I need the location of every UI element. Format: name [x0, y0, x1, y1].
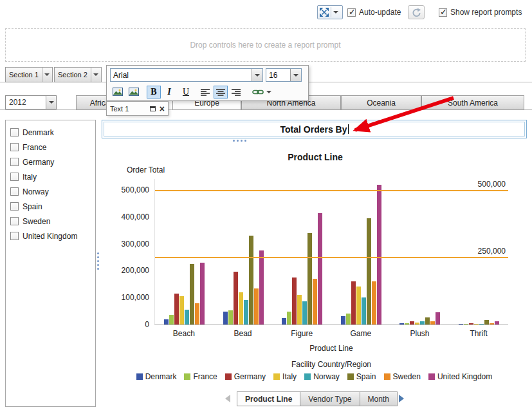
text-content[interactable]: Total Orders By [280, 124, 347, 135]
country-filter-item[interactable]: Spain [10, 199, 95, 214]
bar-norway[interactable] [362, 297, 366, 325]
bar-france[interactable] [405, 323, 409, 325]
link-button[interactable] [250, 86, 274, 99]
bar-sweden[interactable] [254, 288, 259, 325]
font-family-select[interactable]: Arial [110, 68, 263, 82]
country-filter-item[interactable]: France [10, 140, 95, 155]
country-filter-item[interactable]: Sweden [10, 214, 95, 229]
italic-button[interactable]: I [162, 86, 176, 99]
bar-italy[interactable] [474, 324, 479, 325]
section-tab-1[interactable]: Section 1 [5, 67, 53, 82]
chevron-down-icon[interactable] [290, 69, 301, 81]
bar-spain[interactable] [484, 320, 489, 325]
bar-norway[interactable] [420, 321, 425, 325]
checkbox-icon[interactable] [347, 8, 356, 17]
region-tab-oceania[interactable]: Oceania [341, 95, 421, 110]
chevron-down-icon[interactable] [91, 68, 100, 82]
report-tab-vendor-type[interactable]: Vendor Type [300, 391, 360, 406]
bar-denmark[interactable] [164, 319, 169, 325]
bar-spain[interactable] [367, 218, 371, 325]
bar-united-kingdom[interactable] [318, 213, 322, 325]
checkbox-icon[interactable] [10, 217, 19, 225]
bar-sweden[interactable] [372, 281, 376, 325]
bar-italy[interactable] [356, 287, 361, 325]
checkbox-icon[interactable] [10, 187, 19, 196]
bar-denmark[interactable] [399, 323, 404, 325]
bar-germany[interactable] [292, 278, 297, 325]
bar-spain[interactable] [425, 317, 430, 325]
bar-italy[interactable] [239, 292, 243, 325]
fit-to-window-button[interactable] [317, 5, 343, 19]
refresh-button[interactable] [408, 5, 425, 19]
bar-norway[interactable] [479, 324, 484, 325]
region-tab-south-america[interactable]: South America [421, 95, 524, 110]
bold-button[interactable]: B [147, 86, 161, 99]
bar-germany[interactable] [234, 272, 238, 325]
show-report-prompts-checkbox[interactable]: Show report prompts [439, 8, 522, 17]
bar-italy[interactable] [415, 323, 419, 325]
report-tab-month[interactable]: Month [360, 391, 398, 406]
bar-spain[interactable] [307, 233, 312, 325]
prev-page-icon[interactable] [225, 395, 230, 402]
bar-france[interactable] [346, 314, 351, 325]
bar-norway[interactable] [244, 300, 248, 325]
chevron-down-icon[interactable] [252, 69, 262, 81]
checkbox-icon[interactable] [10, 128, 19, 136]
bar-united-kingdom[interactable] [377, 185, 381, 325]
country-filter-item[interactable]: Norway [10, 184, 95, 199]
chevron-down-icon[interactable] [42, 68, 51, 82]
checkbox-icon[interactable] [10, 202, 19, 211]
insert-image-button[interactable] [111, 86, 125, 99]
chevron-down-icon[interactable] [46, 96, 56, 109]
bar-italy[interactable] [179, 296, 184, 325]
bar-norway[interactable] [185, 310, 189, 325]
bar-denmark[interactable] [459, 324, 463, 325]
font-size-select[interactable]: 16 [266, 68, 302, 82]
bar-united-kingdom[interactable] [495, 321, 499, 325]
bar-denmark[interactable] [223, 312, 228, 325]
bar-france[interactable] [464, 324, 468, 325]
auto-update-checkbox[interactable]: Auto-update [347, 8, 401, 17]
text1-window-header[interactable]: Text 1 [106, 101, 169, 116]
text-object-body[interactable]: Total Orders By [104, 122, 525, 136]
drag-handle[interactable] [233, 140, 246, 142]
checkbox-icon[interactable] [10, 173, 19, 181]
bar-denmark[interactable] [341, 316, 345, 325]
bar-sweden[interactable] [430, 321, 435, 325]
bar-france[interactable] [287, 312, 291, 325]
report-tab-product-line[interactable]: Product Line [237, 391, 300, 406]
report-text-object[interactable]: Total Orders By [102, 120, 527, 138]
bar-france[interactable] [228, 310, 233, 325]
close-icon[interactable] [160, 104, 165, 113]
bar-united-kingdom[interactable] [259, 250, 264, 325]
insert-image-2-button[interactable] [127, 86, 141, 99]
bar-norway[interactable] [302, 301, 307, 325]
align-left-button[interactable] [198, 86, 212, 99]
bar-germany[interactable] [351, 281, 356, 325]
bar-germany[interactable] [469, 323, 473, 325]
underline-button[interactable]: U [179, 86, 193, 99]
bar-germany[interactable] [410, 321, 414, 325]
bar-sweden[interactable] [313, 279, 317, 325]
bar-spain[interactable] [249, 236, 253, 325]
country-filter-item[interactable]: Germany [10, 155, 95, 169]
country-filter-item[interactable]: Italy [10, 169, 95, 184]
checkbox-icon[interactable] [439, 8, 447, 17]
restore-icon[interactable] [150, 106, 156, 111]
splitter-handle[interactable] [97, 252, 99, 270]
align-right-button[interactable] [229, 86, 243, 99]
bar-germany[interactable] [174, 294, 179, 325]
bar-sweden[interactable] [490, 323, 494, 325]
bar-italy[interactable] [297, 295, 302, 325]
year-dropdown[interactable]: 2012 [5, 95, 57, 109]
checkbox-icon[interactable] [10, 158, 19, 166]
bar-united-kingdom[interactable] [436, 312, 440, 325]
align-center-button[interactable] [214, 86, 228, 99]
bar-united-kingdom[interactable] [200, 263, 205, 325]
checkbox-icon[interactable] [10, 143, 19, 151]
next-page-icon[interactable] [399, 395, 404, 402]
prompt-dropzone[interactable]: Drop controls here to create a report pr… [5, 28, 526, 62]
country-filter-item[interactable]: Denmark [10, 125, 95, 140]
section-tab-2[interactable]: Section 2 [54, 67, 102, 82]
bar-france[interactable] [169, 315, 174, 325]
